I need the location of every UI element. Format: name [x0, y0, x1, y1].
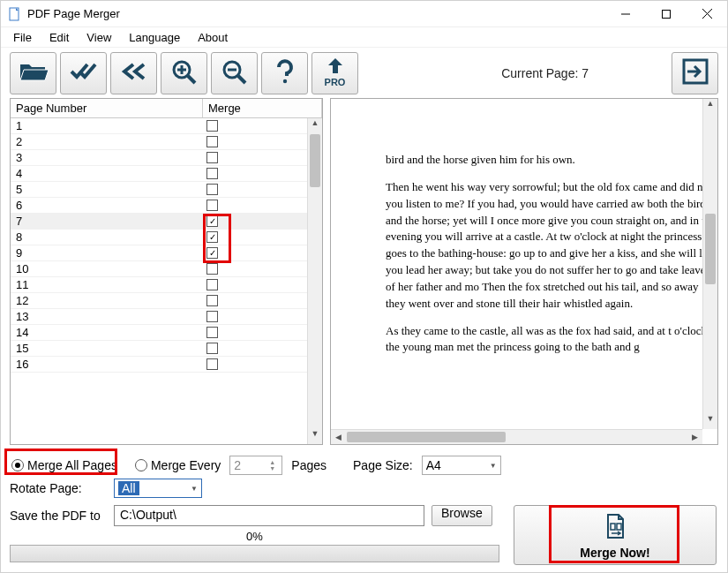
merge-cell — [203, 136, 256, 147]
menu-file[interactable]: File — [4, 29, 41, 46]
table-row[interactable]: 11 — [11, 277, 307, 293]
radio-merge-all[interactable]: Merge All Pages — [11, 458, 117, 472]
page-number-cell: 1 — [11, 119, 203, 132]
scrollbar-vertical[interactable]: ▲ ▼ — [307, 118, 322, 444]
svg-point-12 — [282, 79, 286, 83]
minimize-button[interactable] — [605, 1, 646, 26]
table-rows: 1234567✓8✓9✓10111213141516 — [11, 118, 307, 444]
merge-checkbox[interactable] — [206, 295, 218, 306]
preview-paragraph: Then he went his way very sorrowful; but… — [386, 179, 717, 313]
merge-cell — [203, 168, 256, 179]
merge-checkbox[interactable] — [206, 136, 218, 147]
table-row[interactable]: 10 — [11, 261, 307, 277]
merge-checkbox[interactable] — [206, 327, 218, 338]
document-preview: bird and the horse given him for his own… — [331, 99, 717, 444]
save-path-input[interactable]: C:\Output\ — [114, 505, 424, 526]
radio-icon — [11, 459, 24, 471]
preview-scrollbar-vertical[interactable]: ▲ ▼ — [702, 99, 717, 429]
check-all-button[interactable] — [60, 52, 107, 94]
undo-button[interactable] — [110, 52, 157, 94]
merge-cell — [203, 120, 256, 132]
help-button[interactable] — [261, 52, 308, 94]
merge-checkbox[interactable] — [206, 168, 218, 179]
page-number-cell: 15 — [11, 342, 203, 355]
menu-edit[interactable]: Edit — [41, 29, 78, 46]
merge-checkbox[interactable]: ✓ — [206, 231, 218, 243]
table-row[interactable]: 15 — [11, 341, 307, 357]
merge-checkbox[interactable] — [206, 358, 218, 370]
table-row[interactable]: 14 — [11, 325, 307, 341]
scrollbar-thumb[interactable] — [705, 214, 716, 284]
merge-cell: ✓ — [203, 231, 256, 243]
progress-percent: 0% — [246, 530, 263, 543]
radio-merge-every[interactable]: Merge Every — [135, 458, 221, 472]
page-number-cell: 9 — [11, 246, 203, 260]
merge-options-row: Merge All Pages Merge Every 2 ▲▼ Pages P… — [1, 450, 727, 477]
preview-scrollbar-horizontal[interactable]: ◀ ▶ — [331, 429, 702, 444]
merge-checkbox[interactable] — [206, 120, 218, 132]
preview-paragraph: bird and the horse given him for his own… — [386, 152, 717, 169]
radio-merge-every-label: Merge Every — [151, 458, 221, 472]
merge-every-input[interactable]: 2 ▲▼ — [229, 456, 282, 475]
menu-language[interactable]: Language — [120, 29, 189, 46]
question-icon — [272, 58, 298, 87]
maximize-button[interactable] — [646, 1, 687, 26]
merge-checkbox[interactable] — [206, 279, 218, 290]
rotate-row: Rotate Page: All ▼ — [1, 477, 727, 500]
rotate-select[interactable]: All ▼ — [114, 479, 202, 498]
merge-checkbox[interactable] — [206, 343, 218, 354]
page-size-select[interactable]: A4 ▼ — [422, 456, 501, 475]
page-number-cell: 3 — [11, 151, 203, 164]
merge-checkbox[interactable] — [206, 263, 218, 275]
merge-now-button[interactable]: Merge Now! — [514, 505, 717, 565]
merge-cell — [203, 184, 256, 195]
progress-bar — [10, 545, 499, 562]
page-number-cell: 12 — [11, 294, 203, 307]
table-row[interactable]: 6 — [11, 198, 307, 214]
chevron-down-icon: ▼ — [490, 462, 497, 470]
folder-open-icon — [19, 59, 49, 87]
zoom-in-button[interactable] — [161, 52, 207, 94]
table-row[interactable]: 8✓ — [11, 230, 307, 245]
table-row[interactable]: 12 — [11, 293, 307, 309]
scrollbar-thumb[interactable] — [310, 134, 320, 187]
table-row[interactable]: 7✓ — [11, 214, 307, 230]
col-merge[interactable]: Merge — [203, 99, 322, 117]
zoom-out-button[interactable] — [211, 52, 258, 94]
close-button[interactable] — [687, 1, 727, 26]
svg-rect-2 — [663, 10, 671, 18]
table-row[interactable]: 3 — [11, 150, 307, 166]
svg-line-10 — [238, 76, 245, 83]
svg-line-6 — [188, 76, 195, 83]
scrollbar-thumb[interactable] — [347, 432, 506, 442]
browse-button[interactable]: Browse — [432, 505, 492, 526]
col-page-number[interactable]: Page Number — [11, 99, 203, 117]
table-row[interactable]: 13 — [11, 309, 307, 325]
merge-cell — [203, 327, 256, 338]
merge-checkbox[interactable] — [206, 311, 218, 322]
menu-view[interactable]: View — [78, 29, 120, 46]
page-number-cell: 16 — [11, 358, 203, 371]
table-row[interactable]: 4 — [11, 166, 307, 182]
menu-about[interactable]: About — [189, 29, 236, 46]
merge-checkbox[interactable]: ✓ — [206, 247, 218, 259]
open-button[interactable] — [10, 52, 56, 94]
table-row[interactable]: 5 — [11, 182, 307, 198]
table-row[interactable]: 9✓ — [11, 245, 307, 261]
merge-cell — [203, 295, 256, 306]
pages-label: Pages — [291, 458, 326, 472]
merge-cell — [203, 279, 256, 290]
window-title: PDF Page Merger — [27, 7, 120, 20]
table-row[interactable]: 2 — [11, 134, 307, 150]
pro-button[interactable]: PRO — [311, 52, 358, 94]
svg-rect-14 — [611, 524, 615, 530]
page-number-cell: 4 — [11, 167, 203, 180]
merge-checkbox[interactable] — [206, 152, 218, 163]
spinner-icon: ▲▼ — [269, 458, 280, 472]
table-row[interactable]: 1 — [11, 118, 307, 134]
merge-checkbox[interactable] — [206, 184, 218, 195]
merge-checkbox[interactable] — [206, 200, 218, 211]
table-row[interactable]: 16 — [11, 357, 307, 373]
export-button[interactable] — [672, 52, 718, 94]
merge-checkbox[interactable]: ✓ — [206, 215, 218, 227]
